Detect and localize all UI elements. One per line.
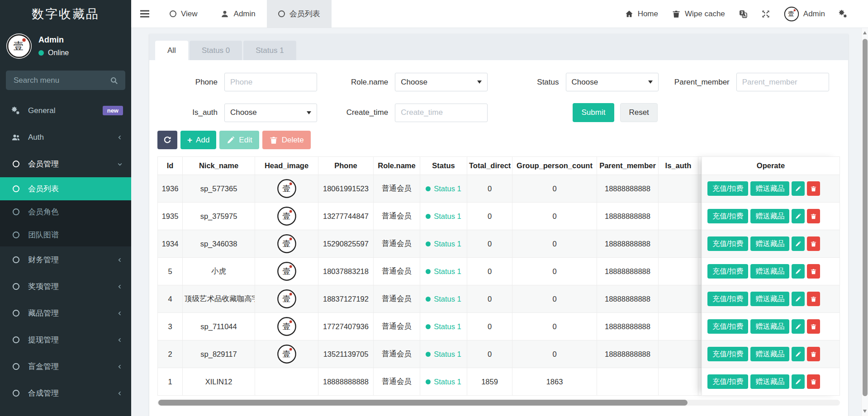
add-button[interactable]: + Add: [180, 131, 216, 149]
nav-wipe-cache[interactable]: Wipe cache: [665, 0, 732, 28]
recharge-deduct-button[interactable]: 充值/扣费: [707, 374, 748, 389]
nav-home[interactable]: Home: [618, 0, 665, 28]
nav-link-label: Wipe cache: [685, 9, 725, 19]
gift-collection-button[interactable]: 赠送藏品: [750, 236, 789, 251]
recharge-deduct-button[interactable]: 充值/扣费: [707, 292, 748, 306]
gift-collection-button[interactable]: 赠送藏品: [750, 374, 789, 389]
recharge-deduct-button[interactable]: 充值/扣费: [707, 264, 748, 279]
row-delete-button[interactable]: [807, 236, 820, 251]
status-label: Status 1: [434, 295, 461, 303]
search-icon[interactable]: [109, 76, 119, 85]
row-edit-button[interactable]: [792, 374, 805, 389]
gift-collection-button[interactable]: 赠送藏品: [750, 264, 789, 279]
sidebar-item-finance-manage[interactable]: 财务管理: [0, 246, 131, 273]
row-edit-button[interactable]: [792, 181, 805, 196]
tab-status-1[interactable]: Status 1: [243, 41, 296, 60]
sidebar-item-member-role[interactable]: 会员角色: [0, 200, 131, 223]
column-header-head-image: Head_image: [255, 157, 318, 175]
status-select[interactable]: Choose: [566, 73, 659, 91]
gift-collection-button[interactable]: 赠送藏品: [750, 347, 789, 361]
sidebar-item-collection-manage[interactable]: 藏品管理: [0, 300, 131, 326]
cell-phone: 17727407936: [318, 313, 374, 340]
row-edit-button[interactable]: [792, 209, 805, 223]
gift-collection-button[interactable]: 赠送藏品: [750, 319, 789, 334]
edit-button[interactable]: Edit: [219, 131, 259, 149]
role-name-select[interactable]: Choose: [395, 73, 488, 91]
row-delete-button[interactable]: [807, 374, 820, 389]
tab-status-0[interactable]: Status 0: [190, 41, 242, 60]
cell-parent-member: 18888888888: [597, 313, 659, 340]
recharge-deduct-button[interactable]: 充值/扣费: [707, 319, 748, 334]
cell-is-auth: [659, 230, 698, 258]
tab-all[interactable]: All: [155, 41, 188, 60]
scroll-down-arrow-icon[interactable]: [863, 410, 867, 413]
sidebar-toggle-button[interactable]: [131, 0, 158, 28]
gift-collection-button[interactable]: 赠送藏品: [750, 181, 789, 196]
sidebar-item-withdraw-manage[interactable]: 提现管理: [0, 326, 131, 353]
circle-icon: [10, 161, 21, 167]
svg-text:壹: 壹: [282, 184, 290, 193]
phone-input[interactable]: [224, 73, 317, 91]
sidebar-search-input[interactable]: [13, 76, 106, 85]
recharge-deduct-button[interactable]: 充值/扣费: [707, 209, 748, 223]
sidebar-item-award-manage[interactable]: 奖项管理: [0, 273, 131, 300]
row-delete-button[interactable]: [807, 264, 820, 279]
recharge-deduct-button[interactable]: 充值/扣费: [707, 181, 748, 196]
cell-role-name: 普通会员: [374, 313, 420, 340]
member-avatar: 壹: [277, 317, 297, 336]
nav-fullscreen[interactable]: [754, 0, 777, 28]
reset-button[interactable]: Reset: [620, 103, 657, 122]
row-edit-button[interactable]: [792, 319, 805, 334]
row-delete-button[interactable]: [807, 319, 820, 334]
gift-collection-button[interactable]: 赠送藏品: [750, 292, 789, 306]
cell-total-direct: 0: [467, 175, 512, 203]
row-delete-button[interactable]: [807, 347, 820, 361]
recharge-deduct-button[interactable]: 充值/扣费: [707, 236, 748, 251]
submit-button[interactable]: Submit: [573, 103, 615, 122]
horizontal-scrollbar-thumb[interactable]: [158, 400, 688, 406]
table-toolbar: + Add Edit Delete: [149, 125, 848, 154]
create-time-input[interactable]: [395, 104, 488, 122]
sidebar-item-auth[interactable]: Auth: [0, 124, 131, 151]
cell-id: 2: [158, 340, 183, 368]
nav-settings[interactable]: [832, 0, 854, 28]
sidebar-item-synthesis-manage[interactable]: 合成管理: [0, 380, 131, 407]
sidebar-item-member-manage[interactable]: 会员管理: [0, 151, 131, 177]
scroll-up-arrow-icon[interactable]: [863, 31, 867, 34]
status-badge: Status 1: [422, 267, 465, 276]
delete-button[interactable]: Delete: [262, 131, 311, 149]
row-delete-button[interactable]: [807, 181, 820, 196]
row-delete-button[interactable]: [807, 209, 820, 223]
recharge-deduct-button[interactable]: 充值/扣费: [707, 347, 748, 361]
sidebar-item-team-graph[interactable]: 团队图谱: [0, 223, 131, 246]
vertical-scrollbar-thumb[interactable]: [863, 39, 868, 396]
nav-admin-user[interactable]: 壹Admin: [777, 0, 832, 28]
vertical-scrollbar[interactable]: [861, 28, 868, 416]
chevron-left-icon: [117, 337, 123, 343]
parent-member-input[interactable]: [736, 73, 829, 91]
refresh-button[interactable]: [157, 131, 177, 149]
member-avatar: 壹: [277, 261, 297, 281]
online-dot-icon: [38, 50, 44, 56]
cell-head-image: 壹: [255, 285, 318, 313]
cell-total-direct: 0: [467, 203, 512, 230]
row-edit-button[interactable]: [792, 292, 805, 306]
row-edit-button[interactable]: [792, 347, 805, 361]
row-delete-button[interactable]: [807, 292, 820, 306]
nav-tab-admin[interactable]: Admin: [209, 0, 267, 28]
sidebar-item-blindbox-manage[interactable]: 盲盒管理: [0, 353, 131, 380]
nav-tab-member-list[interactable]: 会员列表: [267, 0, 332, 28]
sidebar-item-label: 合成管理: [28, 388, 110, 398]
row-edit-button[interactable]: [792, 236, 805, 251]
nav-tab-view[interactable]: View: [158, 0, 209, 28]
cell-role-name: 普通会员: [374, 340, 420, 368]
row-edit-button[interactable]: [792, 264, 805, 279]
sidebar-item-member-list[interactable]: 会员列表: [0, 177, 131, 200]
cell-parent-member: 18888888888: [597, 230, 659, 258]
gift-collection-button[interactable]: 赠送藏品: [750, 209, 789, 223]
sidebar-item-general[interactable]: Generalnew: [0, 97, 131, 124]
is-auth-select[interactable]: Choose: [224, 104, 317, 122]
horizontal-scrollbar[interactable]: [157, 400, 840, 406]
nav-language[interactable]: [732, 0, 754, 28]
cell-is-auth: [659, 175, 698, 203]
